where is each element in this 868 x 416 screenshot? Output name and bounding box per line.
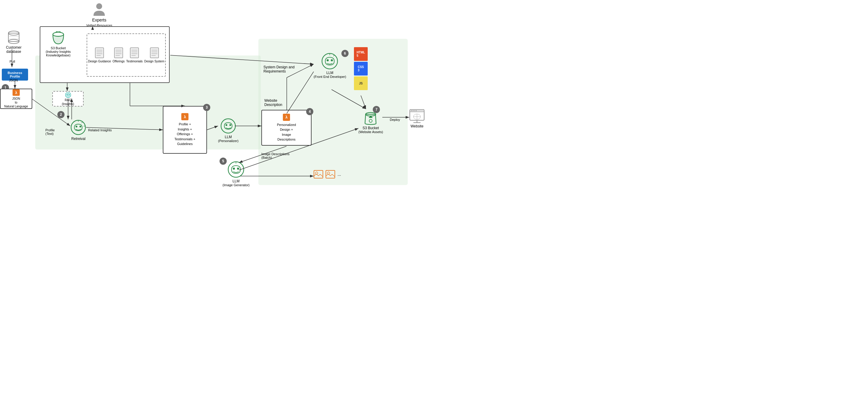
svg-point-29 bbox=[68, 94, 69, 95]
badge-3: 3 bbox=[203, 104, 210, 111]
s3-website-node: 7 S3 Bucket (Website Assets) bbox=[359, 109, 383, 134]
s3-website-sublabel: (Website Assets) bbox=[359, 130, 383, 134]
website-label: Website bbox=[410, 124, 423, 128]
rag-label: RAG(Insights) bbox=[62, 98, 74, 106]
svg-rect-12 bbox=[130, 48, 138, 58]
testimonials-doc: Testimonials bbox=[126, 47, 143, 63]
system-design-label: System Design andRequirements bbox=[264, 65, 294, 73]
lambda-icon-personalized: λ bbox=[283, 114, 290, 121]
design-guidance-label: Design Guidance bbox=[88, 60, 111, 63]
retrieval-brain-icon bbox=[70, 119, 87, 136]
llm-image-gen-icon bbox=[227, 161, 245, 178]
doc-icon-testimonials bbox=[130, 47, 139, 59]
llm-image-gen-label: LLM bbox=[233, 179, 240, 183]
svg-line-34 bbox=[82, 122, 83, 123]
llm-personalizer-node: LLM (Personalizer) bbox=[218, 118, 238, 143]
llm-frontend-sublabel: (Front End Developer) bbox=[314, 75, 346, 78]
llm-personalizer-icon bbox=[220, 118, 237, 134]
llm-image-gen-sublabel: (Image Generator) bbox=[222, 183, 249, 187]
profile-insights-label: Profile +Insights +Offerings +Testimonia… bbox=[175, 122, 195, 146]
ellipsis: ... bbox=[338, 172, 341, 177]
doc-icon-offerings bbox=[114, 47, 123, 59]
website-icon bbox=[409, 109, 425, 123]
lambda-icon-profile: λ bbox=[181, 113, 188, 120]
customer-db-label1: Customer bbox=[6, 45, 22, 49]
dashed-docs-box: Design Guidance Offerings bbox=[87, 33, 166, 77]
llm-frontend-icon bbox=[321, 52, 339, 70]
llm-personalizer-label: LLM bbox=[225, 135, 232, 139]
image-icons: ... bbox=[314, 170, 341, 178]
s3-sublabel2: Knowledgebase) bbox=[46, 54, 71, 57]
personalized-design-box: λ PersonalizedDesign +ImageDescriptions bbox=[261, 110, 312, 146]
svg-line-35 bbox=[84, 126, 85, 126]
rag-box: RAG(Insights) bbox=[52, 91, 84, 107]
svg-line-43 bbox=[333, 55, 335, 56]
profile-text-label: Profile(Text) bbox=[45, 128, 55, 136]
offerings-label: Offerings bbox=[113, 60, 125, 63]
deploy-label: Deploy bbox=[390, 118, 400, 122]
design-system-label: Design System bbox=[144, 60, 164, 63]
svg-point-28 bbox=[67, 94, 67, 95]
tech-stack: HTML5 CSS3 JS bbox=[354, 47, 368, 90]
knowledge-base-box: S3 Bucket (Industry Insights Knowledgeba… bbox=[40, 26, 169, 83]
related-insights-label: Related Insights bbox=[88, 128, 112, 132]
svg-point-48 bbox=[233, 168, 235, 170]
website-desc-label: WebsiteDescription bbox=[265, 99, 282, 107]
retrieval-node: Retreival bbox=[70, 119, 87, 141]
css-badge: CSS3 bbox=[354, 62, 368, 75]
doc-icon-design bbox=[95, 47, 104, 59]
svg-rect-7 bbox=[115, 48, 123, 58]
design-system-doc: Design System bbox=[144, 47, 164, 63]
testimonials-label: Testimonials bbox=[126, 60, 143, 63]
svg-point-54 bbox=[328, 172, 330, 174]
badge-5: 5 bbox=[220, 158, 227, 165]
badge-2: 2 bbox=[57, 111, 64, 118]
llm-image-gen-node: 5 LLM (Image Generator) bbox=[222, 161, 249, 187]
offerings-doc: Offerings bbox=[113, 47, 125, 63]
json-nl-label: JSONtoNatural Language bbox=[4, 97, 28, 108]
lambda-icon-json-nl: λ bbox=[12, 89, 20, 96]
svg-point-46 bbox=[369, 119, 372, 123]
svg-point-40 bbox=[327, 59, 329, 62]
personalized-design-label: PersonalizedDesign +ImageDescriptions bbox=[277, 123, 296, 142]
customer-db-node: Customer database bbox=[6, 30, 22, 54]
profile-insights-box: λ Profile +Insights +Offerings +Testimon… bbox=[163, 106, 207, 154]
rag-brain-icon bbox=[65, 92, 71, 98]
svg-point-37 bbox=[225, 124, 227, 126]
svg-point-32 bbox=[80, 126, 81, 128]
llm-personalizer-sublabel: (Personalizer) bbox=[218, 139, 238, 143]
s3-label: S3 Bucket bbox=[46, 46, 71, 50]
badge-7: 7 bbox=[373, 106, 380, 113]
retrieval-label: Retreival bbox=[71, 137, 86, 141]
s3-sublabel: (Industry Insights bbox=[46, 50, 71, 54]
business-profile-label: BusinessProfile bbox=[8, 71, 22, 78]
llm-frontend-label: LLM bbox=[327, 71, 333, 75]
s3-website-label: S3 Bucket bbox=[363, 126, 379, 130]
customer-db-icon bbox=[7, 30, 20, 45]
svg-point-0 bbox=[96, 3, 102, 9]
svg-point-60 bbox=[413, 110, 414, 111]
s3-bucket-icon bbox=[51, 31, 65, 46]
json-flow-label: JSON bbox=[9, 78, 18, 82]
badge-6: 6 bbox=[341, 50, 348, 57]
svg-point-49 bbox=[237, 168, 239, 170]
llm-frontend-node: 6 LLM (Front End Developer) bbox=[314, 52, 346, 78]
pull-label: Pull bbox=[9, 60, 15, 63]
customer-db-label2: database bbox=[6, 49, 21, 54]
svg-point-61 bbox=[415, 110, 417, 111]
image-icon-2 bbox=[326, 170, 335, 178]
badge-4: 4 bbox=[306, 108, 313, 115]
svg-point-27 bbox=[65, 92, 71, 98]
doc-icon-design-system bbox=[150, 47, 159, 59]
website-node: Website bbox=[409, 109, 425, 128]
design-guidance-doc: Design Guidance bbox=[88, 47, 111, 63]
expert-icon bbox=[93, 2, 105, 17]
svg-point-41 bbox=[331, 59, 333, 62]
s3-knowledge-node: S3 Bucket (Industry Insights Knowledgeba… bbox=[46, 31, 71, 57]
svg-rect-51 bbox=[314, 170, 323, 178]
svg-point-31 bbox=[75, 126, 78, 128]
svg-point-52 bbox=[315, 172, 318, 174]
svg-point-47 bbox=[228, 162, 244, 177]
svg-point-36 bbox=[221, 119, 236, 133]
html-badge: HTML5 bbox=[354, 47, 368, 61]
